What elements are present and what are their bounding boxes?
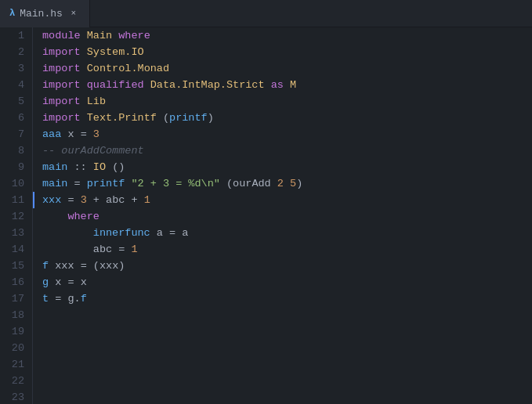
code-line-11: aaa x = 3	[42, 126, 532, 142]
line-num-1: 1	[0, 27, 24, 44]
line-num-8: 8	[0, 142, 24, 159]
code-line-4: import Control.Monad	[42, 60, 532, 77]
line-num-15: 15	[0, 258, 24, 274]
line-num-5: 5	[0, 93, 24, 110]
line-num-4: 4	[0, 77, 24, 93]
line-num-11: 11	[0, 192, 24, 208]
tab-close-button[interactable]: ×	[67, 7, 80, 20]
code-content[interactable]: module Main where import System.IO impor…	[33, 27, 532, 404]
line-num-19: 19	[0, 323, 24, 340]
line-num-12: 12	[0, 208, 24, 225]
code-line-5: import qualified Data.IntMap.Strict as M	[42, 77, 532, 93]
line-num-2: 2	[0, 44, 24, 60]
line-num-9: 9	[0, 159, 24, 175]
line-num-17: 17	[0, 290, 24, 307]
code-line-3: import System.IO	[42, 44, 532, 60]
code-line-20: innerfunc a = a	[42, 225, 532, 241]
code-line-7: import Lib	[42, 93, 532, 110]
line-num-23: 23	[0, 389, 24, 404]
line-num-14: 14	[0, 241, 24, 258]
code-line-21: abc = 1	[42, 241, 532, 258]
tab-file-icon: λ	[9, 8, 15, 19]
line-num-16: 16	[0, 274, 24, 290]
editor-area: 1 2 3 4 5 6 7 8 9 10 11 12 13 14 15 16 1…	[0, 27, 532, 404]
code-line-14: main :: IO ()	[42, 159, 532, 175]
line-num-13: 13	[0, 225, 24, 241]
line-num-10: 10	[0, 175, 24, 192]
code-line-19: where	[42, 208, 532, 225]
tab-main-hs[interactable]: λ Main.hs ×	[0, 0, 90, 27]
line-numbers: 1 2 3 4 5 6 7 8 9 10 11 12 13 14 15 16 1…	[0, 27, 33, 404]
line-num-6: 6	[0, 110, 24, 126]
line-num-3: 3	[0, 60, 24, 77]
line-num-22: 22	[0, 373, 24, 389]
tab-bar: λ Main.hs ×	[0, 0, 532, 27]
line-num-18: 18	[0, 307, 24, 323]
code-line-27: g x = x	[42, 274, 532, 290]
code-line-23: f xxx = (xxx)	[42, 258, 532, 274]
code-line-13: -- ourAddComment	[42, 142, 532, 159]
line-num-21: 21	[0, 356, 24, 373]
code-line-18: xxx = 3 + abc + 1	[42, 192, 532, 208]
code-line-15: main = printf "2 + 3 = %d\n" (ourAdd 2 5…	[42, 175, 532, 192]
code-line-9: import Text.Printf (printf)	[42, 110, 532, 126]
line-num-20: 20	[0, 340, 24, 356]
code-line-29: t = g.f	[42, 290, 532, 307]
tab-label: Main.hs	[20, 8, 63, 20]
line-num-7: 7	[0, 126, 24, 142]
code-line-1: module Main where	[42, 27, 532, 44]
